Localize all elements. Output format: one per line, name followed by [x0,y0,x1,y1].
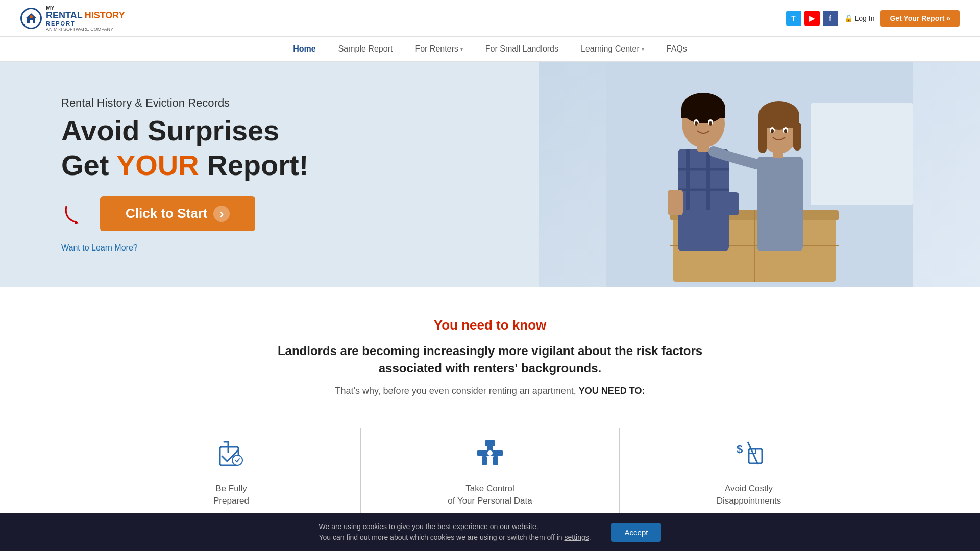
take-control-label: Take Control of Your Personal Data [448,483,532,507]
three-columns: Be Fully Prepared Take Control of Your P… [102,428,878,517]
svg-marker-2 [75,220,79,224]
login-link[interactable]: 🔒 Log In [844,14,875,22]
header-right: T ▶ f 🔒 Log In Get Your Report » [786,10,960,27]
hero-section: Rental History & Eviction Records Avoid … [0,62,980,287]
svg-text:$: $ [737,443,743,456]
nav-item-learning-center[interactable]: Learning Center ▾ [579,37,646,61]
svg-point-33 [784,129,787,133]
main-nav: Home Sample Report For Renters ▾ For Sma… [0,37,980,62]
cookie-settings-link[interactable]: settings [564,533,589,538]
svg-point-32 [771,129,774,133]
svg-rect-40 [482,456,487,465]
header: MY RENTAL HISTORY REPORT AN MRI SOFTWARE… [0,0,980,37]
svg-rect-23 [757,157,803,251]
youtube-button[interactable]: ▶ [804,11,820,26]
facebook-button[interactable]: f [823,11,838,26]
logo-area: MY RENTAL HISTORY REPORT AN MRI SOFTWARE… [20,5,125,32]
svg-rect-13 [668,190,683,215]
couple-svg [606,62,913,287]
nav-item-home[interactable]: Home [291,37,317,61]
avoid-costly-icon: $ [733,438,764,474]
hero-subtitle: Rental History & Eviction Records [61,96,498,110]
logo-icon [20,8,42,29]
accept-cookies-button[interactable]: Accept [611,523,662,538]
info-section: You need to know Landlords are becoming … [0,287,980,538]
svg-point-42 [487,450,493,456]
cta-chevron-icon: › [213,206,230,222]
cookie-banner: We are using cookies to give you the bes… [0,513,980,538]
nav-item-for-small-landlords[interactable]: For Small Landlords [483,37,560,61]
lock-icon: 🔒 [844,14,853,22]
hero-image [539,62,980,287]
for-renters-dropdown-arrow: ▾ [460,46,463,52]
social-icons: T ▶ f [786,11,838,26]
svg-rect-41 [493,456,498,465]
svg-rect-34 [811,103,913,205]
landlords-text: Landlords are becoming increasingly more… [102,342,878,377]
svg-point-36 [232,455,242,465]
col-take-control: Take Control of Your Personal Data [361,428,620,517]
you-need-heading: You need to know [102,317,878,333]
learning-center-dropdown-arrow: ▾ [642,46,644,52]
hero-title-line2: Get YOUR Report! [61,149,498,181]
svg-rect-18 [681,108,725,118]
nav-item-faqs[interactable]: FAQs [665,37,689,61]
hero-cta-wrapper: Click to Start › [61,196,498,231]
svg-rect-28 [758,122,767,153]
get-report-button[interactable]: Get Your Report » [880,10,960,27]
be-prepared-icon [216,438,247,474]
thats-why-text: That's why, before you even consider ren… [102,386,878,396]
hero-title-line1: Avoid Surprises [61,115,498,146]
col-be-prepared: Be Fully Prepared [102,428,361,517]
couple-illustration [539,62,980,287]
be-prepared-label: Be Fully Prepared [213,483,249,507]
cookie-text: We are using cookies to give you the bes… [319,521,591,538]
click-to-start-button[interactable]: Click to Start › [100,196,255,231]
curved-arrow-icon [61,201,92,227]
col-avoid-costly: $ Avoid Costly Disappointments [620,428,878,517]
take-control-icon [475,438,505,474]
nav-item-sample-report[interactable]: Sample Report [336,37,395,61]
svg-rect-38 [487,445,493,450]
learn-more-link[interactable]: Want to Learn More? [61,243,498,253]
svg-point-21 [695,121,698,126]
avoid-costly-label: Avoid Costly Disappointments [717,483,781,507]
logo-text: MY RENTAL HISTORY REPORT AN MRI SOFTWARE… [46,5,125,32]
nav-item-for-renters[interactable]: For Renters ▾ [413,37,464,61]
svg-point-22 [709,121,712,126]
twitter-button[interactable]: T [786,11,801,26]
svg-point-1 [30,15,33,18]
hero-content: Rental History & Eviction Records Avoid … [0,62,539,287]
svg-rect-29 [793,122,801,151]
svg-rect-8 [678,149,729,251]
svg-rect-14 [724,192,739,215]
